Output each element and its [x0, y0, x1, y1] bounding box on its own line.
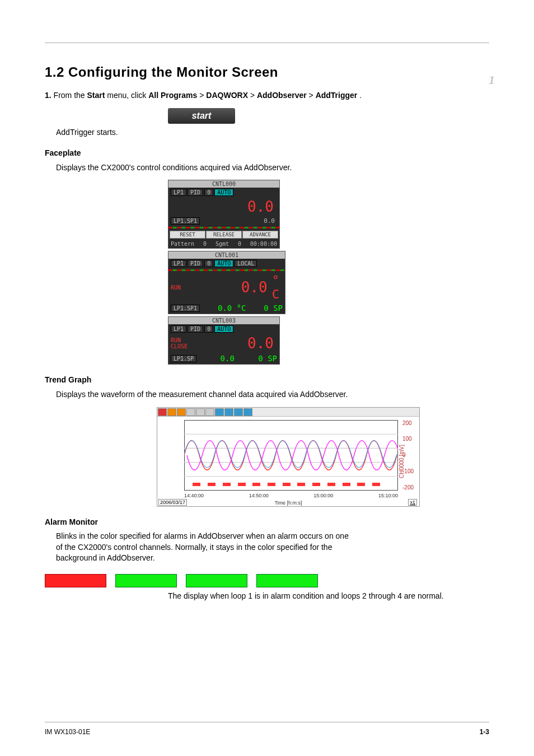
fp1-pidn: 0: [204, 189, 213, 196]
trend-tool-8[interactable]: [224, 408, 233, 416]
fp2-sp-right: 0 SP: [264, 304, 283, 312]
fp3-pv: 0.0: [189, 335, 277, 352]
trend-tool-10[interactable]: [243, 408, 252, 416]
trend-ylabel: CH0000 [mV]: [398, 445, 404, 478]
fp1-pid: PID: [188, 189, 203, 196]
trend-date: 2006/03/17: [158, 499, 187, 506]
fp2-bar: [168, 269, 285, 271]
footer-doc-id: IM WX103-01E: [45, 728, 90, 736]
fp1-lp: LP1: [171, 189, 186, 196]
fp2-pv: 0.0: [182, 279, 271, 296]
fp1-pattern-l: Pattern: [171, 241, 194, 247]
section-title: 1.2 Configuring the Monitor Screen: [45, 64, 489, 80]
trend-tool-3[interactable]: [177, 408, 186, 416]
fp1-time: 00:00:00: [250, 241, 277, 247]
fp2-run: RUN: [171, 284, 181, 291]
fp3-sp-val: 0.0: [198, 354, 257, 363]
trend-tool-1[interactable]: [158, 408, 167, 416]
fp1-pv: 0.0: [171, 198, 277, 215]
alarm-loop-3: [186, 574, 247, 587]
trend-heading: Trend Graph: [45, 375, 91, 384]
alarm-desc-1: Blinks in the color specified for alarms…: [56, 531, 489, 542]
trend-tool-5[interactable]: [196, 408, 205, 416]
trend-xticks: 14:40:00 14:50:00 15:00:00 15:10:00: [184, 493, 398, 498]
alarm-caption: The display when loop 1 is in alarm cond…: [168, 591, 489, 602]
step-number: 1.: [45, 91, 51, 100]
fp1-sp-val: 0.0: [201, 217, 277, 225]
trend-xlabel: Time [h:m:s]: [157, 500, 419, 506]
trend-tool-7[interactable]: [215, 408, 224, 416]
fp2-sp-val: 0.0 °C: [201, 304, 263, 312]
fp3-sp-right: 0 SP: [258, 354, 277, 363]
trend-tool-9[interactable]: [234, 408, 243, 416]
trend-tool-2[interactable]: [167, 408, 176, 416]
trend-toolbar: [157, 408, 419, 417]
trend-tool-4[interactable]: [186, 408, 195, 416]
fp1-bar: [168, 227, 279, 228]
alarm-desc-2: of the CX2000's control channels. Normal…: [56, 542, 489, 553]
fp3-close: CLOSE: [171, 343, 188, 349]
trend-graph: 200 100 0 -100 -200 CH0000 [mV] 14:40:00…: [157, 407, 420, 507]
faceplate-cntl001: CNTL001 LP1 PID 0 AUTO LOCAL RUN 0.0 ° C…: [168, 251, 285, 314]
trend-markers: [184, 483, 398, 489]
fp2-title: CNTL001: [168, 251, 285, 259]
faceplate-desc: Displays the CX2000's control conditions…: [56, 162, 489, 174]
trend-desc: Displays the waveform of the measurement…: [56, 389, 489, 400]
alarm-heading: Alarm Monitor: [45, 517, 98, 526]
alarm-loop-4: [256, 574, 318, 587]
windows-start-button[interactable]: start: [168, 108, 235, 124]
fp3-sp-label: LP1.SP: [171, 355, 196, 362]
fp2-sp-label: LP1.SP1: [171, 305, 200, 312]
alarm-desc-3: background in AddObserver.: [56, 553, 489, 564]
fp3-title: CNTL003: [168, 317, 279, 324]
trend-waves: [184, 420, 398, 491]
faceplate-cntl003: CNTL003 LP1 PID 0 AUTO RUN CLOSE 0.0 LP1…: [168, 316, 280, 365]
b-addobserver: AddObserver: [257, 91, 307, 100]
fp3-run: RUN: [171, 337, 188, 343]
b-allprograms: All Programs: [148, 91, 197, 100]
trend-zoom[interactable]: x1: [408, 499, 417, 506]
trend-tool-6[interactable]: [205, 408, 214, 416]
fp1-advance[interactable]: ADVANCE: [242, 231, 278, 239]
step-text: From the: [54, 91, 87, 100]
faceplate-cntl000: CNTL000 LP1 PID 0 AUTO 0.0 LP1.SP1 0.0 R…: [168, 180, 280, 249]
faceplate-heading: Faceplate: [45, 148, 81, 157]
b-start: Start: [87, 91, 105, 100]
fp1-auto: AUTO: [214, 189, 233, 196]
b-addtrigger: AddTrigger: [316, 91, 358, 100]
alarm-loop-1: [45, 574, 106, 587]
fp1-release[interactable]: RELEASE: [206, 231, 242, 239]
b-daqworx: DAQWORX: [206, 91, 248, 100]
fp1-title: CNTL000: [168, 180, 279, 188]
footer-page: 1-3: [480, 728, 489, 736]
page-number: 1: [489, 73, 495, 87]
fp1-sp-label: LP1.SP1: [171, 217, 200, 225]
fp1-reset[interactable]: RESET: [170, 231, 205, 239]
alarm-loop-2: [115, 574, 177, 587]
step1-result: AddTrigger starts.: [56, 127, 489, 138]
